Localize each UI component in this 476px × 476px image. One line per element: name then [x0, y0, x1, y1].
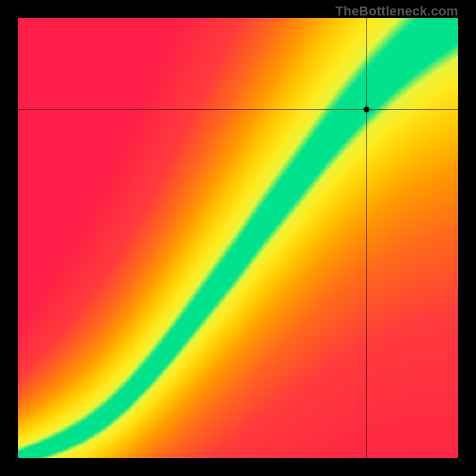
heatmap-plot — [18, 18, 458, 458]
heatmap-canvas — [18, 18, 458, 458]
crosshair-vertical — [367, 18, 367, 458]
crosshair-marker — [364, 107, 369, 112]
watermark-text: TheBottleneck.com — [336, 4, 458, 19]
crosshair-horizontal — [18, 109, 458, 110]
